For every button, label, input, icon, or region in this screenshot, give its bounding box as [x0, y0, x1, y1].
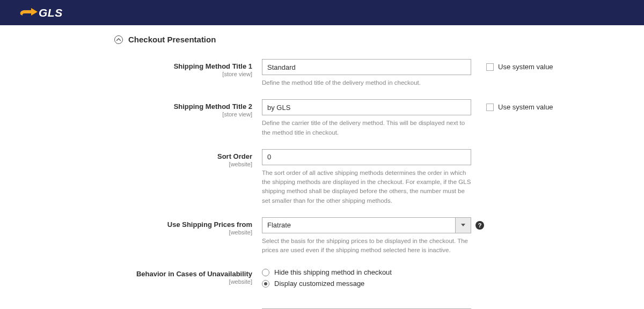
sort-order-input[interactable] [262, 149, 471, 165]
logo: GLS [19, 6, 63, 19]
chevron-down-icon [461, 224, 465, 227]
label-cell: Shipping Method Title 2 [store view] [0, 99, 262, 117]
content-area: Checkout Presentation Shipping Method Ti… [0, 25, 644, 309]
app-header: GLS [0, 0, 644, 25]
scope-label: [store view] [0, 71, 252, 77]
row-use-shipping-prices-from: Use Shipping Prices from [website] Flatr… [0, 217, 644, 265]
radio-label: Display customized message [274, 279, 364, 288]
label-cell: Use Shipping Prices from [website] [0, 217, 262, 236]
row-sort-order: Sort Order [website] The sort order of a… [0, 149, 644, 215]
use-system-value-label[interactable]: Use system value [498, 103, 553, 111]
field-hint: Define the carrier title of the delivery… [262, 119, 471, 137]
field-label: Behavior in Cases of Unavailability [0, 270, 252, 278]
scope-label: [website] [0, 229, 252, 236]
scope-label: [website] [0, 278, 252, 285]
use-system-value-checkbox[interactable] [486, 63, 494, 71]
shipping-method-title-1-input[interactable] [262, 59, 471, 75]
use-system-value-label[interactable]: Use system value [498, 63, 553, 71]
use-system-value-checkbox[interactable] [486, 104, 494, 111]
section-title: Checkout Presentation [128, 35, 216, 44]
row-behavior-unavailability: Behavior in Cases of Unavailability [web… [0, 267, 644, 297]
radio-hide[interactable] [262, 269, 269, 276]
help-icon[interactable]: ? [475, 221, 484, 230]
collapse-icon[interactable] [114, 35, 123, 44]
row-shipping-method-title-2: Shipping Method Title 2 [store view] Def… [0, 99, 644, 147]
form-table: Shipping Method Title 1 [store view] Def… [0, 59, 644, 309]
field-hint: Select the basis for the shipping prices… [262, 237, 471, 255]
field-label: Shipping Method Title 1 [0, 62, 252, 70]
logo-text: GLS [39, 6, 63, 19]
radio-message[interactable] [262, 280, 269, 288]
select-value: Flatrate [262, 217, 455, 233]
select-dropdown-button[interactable] [455, 217, 471, 233]
shipping-method-title-2-input[interactable] [262, 99, 471, 115]
radio-option-message[interactable]: Display customized message [262, 278, 471, 289]
scope-label: [website] [0, 161, 252, 167]
label-cell: Sort Order [website] [0, 149, 262, 167]
section-header[interactable]: Checkout Presentation [114, 35, 644, 44]
field-label: Use Shipping Prices from [0, 220, 252, 229]
field-label: Shipping Method Title 2 [0, 102, 252, 111]
field-label: Sort Order [0, 152, 252, 160]
radio-label: Hide this shipping method in checkout [274, 268, 392, 276]
gls-arrow-icon [19, 7, 40, 19]
field-hint: Define the method title of the delivery … [262, 78, 471, 87]
scope-label: [store view] [0, 111, 252, 117]
label-cell: Behavior in Cases of Unavailability [web… [0, 267, 262, 285]
radio-option-hide[interactable]: Hide this shipping method in checkout [262, 267, 471, 278]
prices-from-select[interactable]: Flatrate [262, 217, 471, 233]
row-shipping-method-title-1: Shipping Method Title 1 [store view] Def… [0, 59, 644, 97]
field-hint: The sort order of all active shipping me… [262, 168, 471, 205]
label-cell: Shipping Method Title 1 [store view] [0, 59, 262, 77]
